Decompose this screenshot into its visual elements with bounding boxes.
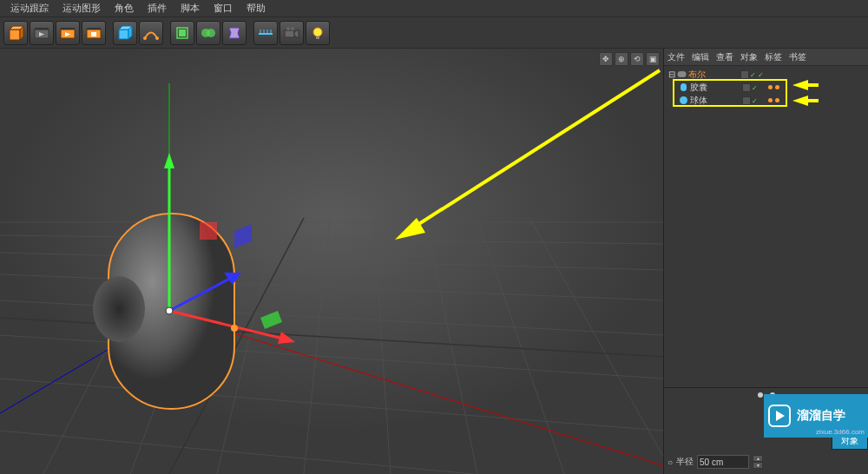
- svg-point-70: [680, 71, 686, 77]
- svg-rect-0: [10, 30, 20, 40]
- spinner-down-icon[interactable]: ▾: [753, 462, 763, 469]
- svg-rect-4: [35, 28, 49, 30]
- boole-icon: [676, 69, 687, 80]
- toolbar: [0, 17, 868, 49]
- visibility-render-icon[interactable]: ✓: [758, 71, 765, 78]
- tool-spline[interactable]: [139, 21, 163, 45]
- menu-mograph[interactable]: 运动图形: [56, 2, 108, 15]
- svg-point-20: [207, 29, 215, 37]
- tool-film2[interactable]: [56, 21, 80, 45]
- menu-motion-track[interactable]: 运动跟踪: [3, 2, 56, 15]
- radius-spinner[interactable]: ▴ ▾: [753, 455, 763, 469]
- panel-tab-file[interactable]: 文件: [667, 51, 685, 63]
- viewport-3d[interactable]: ✥ ⊕ ⟲ ▣: [0, 49, 663, 474]
- panel-tab-edit[interactable]: 编辑: [692, 51, 709, 63]
- tool-light[interactable]: [306, 21, 330, 45]
- tool-primitive[interactable]: [113, 21, 137, 45]
- svg-point-15: [143, 36, 147, 40]
- svg-rect-18: [179, 30, 186, 36]
- radius-input[interactable]: [697, 455, 749, 469]
- panel-tab-object[interactable]: 对象: [740, 51, 758, 63]
- layer-tag-icon[interactable]: [742, 96, 751, 105]
- tool-camera[interactable]: [279, 21, 304, 45]
- vp-rotate-icon[interactable]: ⟲: [630, 52, 644, 66]
- svg-rect-10: [87, 28, 101, 30]
- layer-tag-icon[interactable]: [742, 83, 751, 92]
- panel-tab-bar: 文件 编辑 查看 对象 标签 书签: [664, 49, 868, 66]
- capsule-icon: [678, 82, 688, 93]
- tree-row-sphere[interactable]: 球体 ✓: [666, 94, 866, 107]
- dot-tag-icon[interactable]: [775, 85, 779, 89]
- menu-plugins[interactable]: 插件: [141, 2, 174, 15]
- viewport-canvas: [0, 49, 663, 474]
- object-tree[interactable]: ⊟ 布尔 ✓ ✓ 胶囊 ✓: [664, 66, 868, 387]
- svg-point-29: [291, 27, 294, 30]
- vp-max-icon[interactable]: ▣: [646, 52, 660, 66]
- panel-tab-view[interactable]: 查看: [716, 51, 733, 63]
- svg-rect-12: [119, 30, 128, 39]
- tree-row-capsule[interactable]: 胶囊 ✓: [666, 81, 866, 94]
- menu-window[interactable]: 窗口: [207, 2, 240, 15]
- panel-tab-bookmarks[interactable]: 书签: [789, 51, 806, 63]
- watermark-text: 溜溜自学: [797, 408, 845, 424]
- svg-point-72: [680, 96, 687, 104]
- svg-point-75: [758, 392, 763, 398]
- tool-cube[interactable]: [3, 21, 28, 45]
- menu-bar: 运动跟踪 运动图形 角色 插件 脚本 窗口 帮助: [0, 0, 868, 17]
- menu-character[interactable]: 角色: [108, 2, 141, 15]
- tree-collapse-icon[interactable]: ⊟: [667, 69, 676, 79]
- panel-tab-tags[interactable]: 标签: [765, 51, 782, 63]
- svg-marker-27: [294, 30, 299, 38]
- svg-point-16: [155, 36, 159, 40]
- svg-point-62: [166, 307, 173, 314]
- tree-label-boole[interactable]: 布尔: [688, 69, 740, 81]
- svg-rect-7: [61, 28, 75, 30]
- dot-tag-icon[interactable]: [768, 85, 773, 89]
- watermark-play-icon: [767, 404, 792, 428]
- radius-label: ○: [667, 458, 673, 467]
- visibility-icon[interactable]: ✓: [750, 71, 757, 78]
- svg-point-66: [231, 325, 238, 332]
- vp-move-icon[interactable]: ✥: [599, 52, 613, 66]
- tool-film1[interactable]: [30, 21, 54, 45]
- dot-tag-icon[interactable]: [775, 98, 779, 102]
- layer-tag-icon[interactable]: [740, 70, 749, 79]
- visibility-icon[interactable]: ✓: [752, 84, 759, 91]
- spinner-up-icon[interactable]: ▴: [753, 455, 763, 462]
- tool-floor[interactable]: [253, 21, 278, 45]
- svg-point-28: [286, 27, 290, 30]
- tool-nurbs1[interactable]: [170, 21, 194, 45]
- tool-nurbs2[interactable]: [196, 21, 220, 45]
- svg-rect-11: [91, 32, 96, 36]
- svg-point-30: [313, 28, 322, 36]
- svg-marker-78: [776, 411, 785, 421]
- radius-label-text: 半径: [676, 456, 694, 468]
- svg-point-55: [93, 276, 145, 342]
- tool-film3[interactable]: [82, 21, 106, 45]
- sphere-icon: [678, 95, 688, 106]
- svg-rect-31: [316, 36, 319, 39]
- tree-label-capsule[interactable]: 胶囊: [690, 82, 742, 94]
- dot-tag-icon[interactable]: [768, 98, 773, 102]
- viewport-nav-controls: ✥ ⊕ ⟲ ▣: [599, 52, 660, 66]
- visibility-icon[interactable]: ✓: [752, 97, 759, 104]
- watermark-url: zixue.3d66.com: [816, 428, 865, 436]
- svg-rect-71: [681, 83, 687, 91]
- tree-row-boole[interactable]: ⊟ 布尔 ✓ ✓: [666, 68, 866, 81]
- svg-rect-26: [285, 30, 294, 37]
- svg-marker-63: [200, 222, 217, 240]
- tool-deform[interactable]: [222, 21, 247, 45]
- tree-label-sphere[interactable]: 球体: [690, 95, 742, 107]
- menu-script[interactable]: 脚本: [174, 2, 207, 15]
- vp-zoom-icon[interactable]: ⊕: [615, 52, 628, 66]
- menu-help[interactable]: 帮助: [240, 2, 273, 15]
